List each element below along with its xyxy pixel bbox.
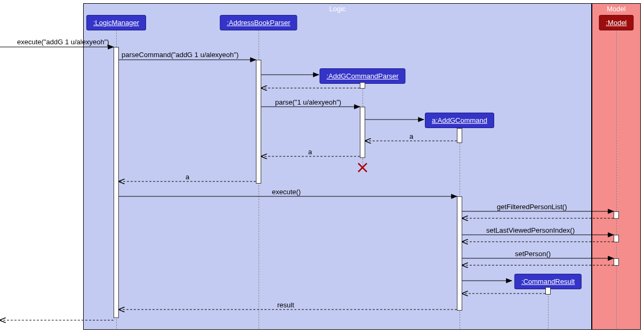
activation-agc-2 (457, 196, 462, 311)
participant-model: :Model (599, 15, 633, 30)
activation-agcp-1 (360, 82, 365, 89)
msg-getFilteredPersonList: getFilteredPersonList() (497, 203, 567, 211)
frame-model-label: Model (592, 4, 640, 14)
activation-model-3 (614, 258, 619, 266)
activation-agc-1 (457, 128, 462, 143)
activation-lm (114, 47, 119, 318)
msg-execute-in: execute("addG 1 u/alexyeoh") (17, 38, 109, 46)
frame-logic-label: Logic (84, 4, 591, 14)
activation-agcp-2 (360, 107, 365, 158)
msg-parse: parse("1 u/alexyeoh") (275, 98, 341, 106)
msg-parseCommand: parseCommand("addG 1 u/alexyeoh") (122, 51, 239, 59)
msg-setPerson: setPerson() (515, 250, 551, 258)
msg-setLastViewedPersonIndex: setLastViewedPersonIndex() (486, 226, 575, 234)
msg-return-a-2: a (308, 148, 312, 156)
msg-execute-call: execute() (272, 188, 301, 196)
activation-abp (256, 60, 261, 184)
msg-return-a-1: a (409, 132, 413, 140)
msg-result: result (277, 301, 294, 309)
participant-agcp: :AddGCommandParser (319, 68, 405, 84)
msg-return-a-3: a (186, 173, 189, 181)
activation-model-2 (614, 235, 619, 242)
activation-model-1 (614, 211, 619, 219)
lifeline-model (616, 30, 617, 329)
participant-lm: :LogicManager (86, 15, 146, 30)
participant-agc: a:AddGCommand (425, 113, 494, 128)
participant-abp: :AddressBookParser (220, 15, 297, 30)
activation-cr (545, 287, 551, 295)
